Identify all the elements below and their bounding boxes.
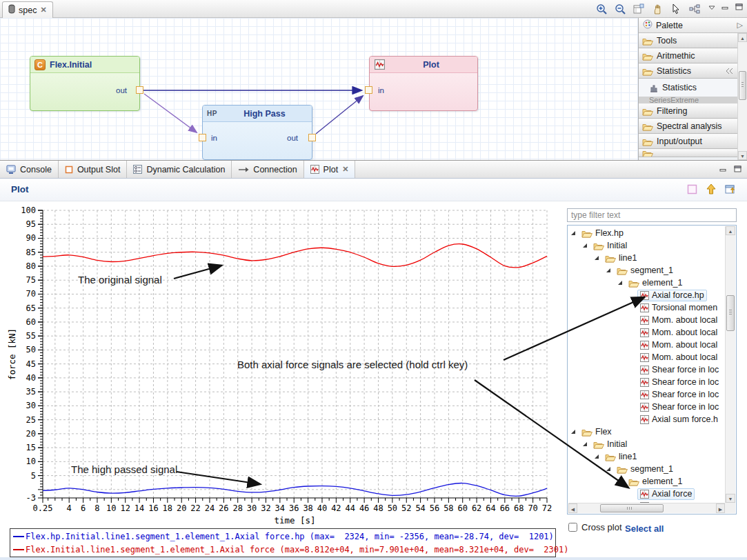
tree-item[interactable]: line1 [602,252,639,264]
view-menu-icon[interactable] [708,3,715,12]
zoom-out-icon[interactable] [613,2,627,16]
palette-flyout-icon[interactable]: ▷ [737,21,743,30]
scrollbar-thumb[interactable] [600,504,664,512]
tree-row[interactable]: Initial [568,438,725,450]
maximize-icon[interactable] [735,3,743,12]
block-high-pass[interactable]: HP High Pass [202,105,312,160]
tree-row[interactable]: Axial force [568,488,725,500]
scrollbar-thumb[interactable] [726,295,735,331]
tree-row[interactable]: Shear force in loc [568,388,725,401]
expand-arrow-icon[interactable] [570,230,576,236]
tree-item[interactable]: Initial [590,240,630,252]
tree-item[interactable]: Axial sum force.h [637,414,721,426]
tree-item[interactable]: Torsional momen [637,302,720,314]
palette-tool-statistics[interactable]: Statistics [639,79,737,97]
tree-item[interactable]: Axial force.hp [637,290,707,301]
view-tab-connection[interactable]: Connection [232,161,303,178]
scroll-right-icon[interactable]: ▶ [716,503,725,513]
minimize-icon[interactable] [721,3,729,12]
tree-row[interactable]: element_1 [568,277,725,289]
scrollbar-thumb[interactable] [739,71,746,100]
tree-vertical-scrollbar[interactable]: ▲ ▼ [725,226,735,503]
outline-icon[interactable] [632,2,646,16]
palette-drawer-statistics[interactable]: Statistics [639,63,737,79]
palette-header[interactable]: Palette ▷ [639,18,747,33]
tree-row[interactable]: Mom. about local [568,351,725,363]
connection-tool-icon[interactable] [688,2,701,16]
palette-drawer-tools[interactable]: Tools [639,33,737,48]
diagram-canvas[interactable]: C Flex.Initial HP High Pass Plot out in … [0,18,638,160]
tree-item[interactable]: Flex [579,426,615,438]
scroll-down-icon[interactable]: ▼ [738,151,747,160]
tree-item[interactable]: line1 [602,451,639,463]
tree-row[interactable]: Torsional momen [568,301,725,314]
tree-item[interactable]: Mom. about local [637,352,720,363]
tree-item[interactable]: Mom. about local [637,339,720,351]
maximize-icon[interactable] [734,165,741,174]
select-icon[interactable] [669,2,683,16]
port-plot-in[interactable] [365,86,372,94]
tree-row[interactable]: line1 [568,450,725,463]
block-plot[interactable]: Plot [369,56,478,111]
scroll-up-icon[interactable]: ▲ [738,33,747,42]
port-highpass-out[interactable] [308,134,316,141]
palette-drawer-spectral-analysis[interactable]: Spectral analysis [639,119,737,134]
close-icon[interactable]: ✕ [40,6,46,14]
expand-arrow-icon[interactable] [605,466,611,472]
scroll-left-icon[interactable]: ◀ [568,503,577,513]
export-up-icon[interactable] [706,183,716,197]
palette-drawer-input-output[interactable]: Input/output [639,134,737,149]
tree-row[interactable]: Shear force in loc [568,401,725,413]
view-tab-console[interactable]: Console [0,161,59,178]
zoom-in-icon[interactable] [595,2,608,16]
connection-flex-to-highpass[interactable] [144,94,197,132]
view-tab-plot[interactable]: Plot✕ [304,161,356,178]
tree-row[interactable]: Axial sum force.h [568,413,725,426]
tree-row[interactable]: Mom. about local [568,326,725,339]
tree-item[interactable]: Shear force in loc [637,401,721,413]
palette-tool-seriesextreme[interactable]: SeriesExtreme [639,97,737,103]
tree-item[interactable]: element_1 [626,277,685,289]
view-tab-dynamic-calculation[interactable]: Dynamic Calculation [127,161,232,178]
tree-item[interactable]: Mom. about local [637,314,720,326]
tree-row[interactable]: element_1 [568,475,725,488]
tree-row[interactable]: Flex.hp [568,227,725,239]
palette-drawer-aritmethic[interactable]: Aritmethic [639,48,737,63]
open-in-window-icon[interactable] [725,183,736,197]
tree-item[interactable]: Initial [590,439,630,450]
tree-row[interactable]: segment_1 [568,463,725,475]
tree-row[interactable]: Mom. about local [568,314,725,326]
palette-scrollbar[interactable]: ▲ ▼ [737,33,747,160]
zoom-box-icon[interactable] [687,184,697,197]
expand-arrow-icon[interactable] [605,268,611,273]
palette-drawer-filtering[interactable]: Filtering [639,103,737,119]
tree-item[interactable]: Shear force in loc [637,364,721,376]
block-flex-initial[interactable]: C Flex.Initial [30,56,140,111]
tree-row[interactable]: Shear force in loc [568,363,725,376]
cross-plot-checkbox[interactable] [568,523,577,532]
editor-tab-spec[interactable]: spec ✕ [2,1,53,18]
tree-item[interactable]: Axial force [637,488,695,500]
expand-arrow-icon[interactable] [617,280,623,286]
scroll-down-icon[interactable]: ▼ [726,494,735,503]
connection-highpass-to-plot[interactable] [316,96,363,134]
expand-arrow-icon[interactable] [593,454,599,459]
pin-open-icon[interactable] [726,66,734,76]
tree-filter-input[interactable] [567,208,737,222]
pan-icon[interactable] [650,2,664,16]
port-flex-out[interactable] [136,86,143,94]
tree-item[interactable]: segment_1 [614,265,676,277]
tree-item[interactable]: Flex.hp [579,228,626,239]
view-tab-output-slot[interactable]: Output Slot [59,161,128,178]
tree-item[interactable]: Shear force in loc [637,389,721,401]
minimize-icon[interactable] [719,165,727,174]
select-all-link[interactable]: Select all [625,523,664,534]
expand-arrow-icon[interactable] [581,441,588,447]
tree-row[interactable]: Axial force.hp [568,289,725,301]
tree-row[interactable]: Shear force in loc [568,376,725,388]
scroll-up-icon[interactable]: ▲ [726,226,735,235]
port-highpass-in[interactable] [199,134,206,141]
expand-arrow-icon[interactable] [617,479,623,484]
tree-row[interactable]: Flex [568,426,725,438]
expand-arrow-icon[interactable] [581,243,588,248]
